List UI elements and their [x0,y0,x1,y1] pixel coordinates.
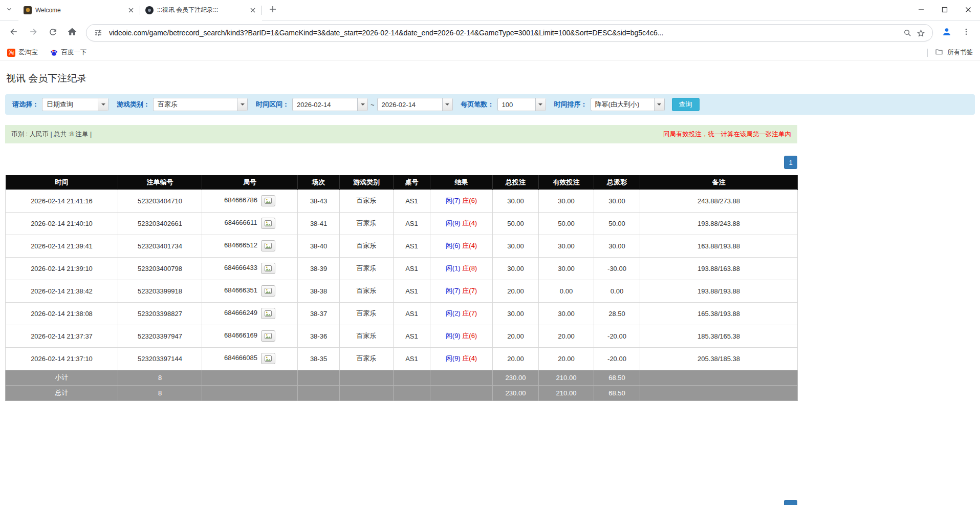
filter-game-select[interactable]: 百家乐 [153,98,248,111]
cell-bet-id: 523203397144 [118,347,202,370]
maximize-button[interactable] [933,0,956,20]
table-row: 2026-02-14 21:40:10523203402661684666611… [6,212,798,235]
pagination-bottom-button[interactable] [784,500,797,505]
zoom-icon[interactable] [901,26,914,39]
back-button[interactable] [4,23,24,43]
cell-result: 闲(6) 庄(4) [430,235,493,257]
tab-welcome[interactable]: Welcome [18,0,140,20]
cell-total-bet[interactable]: 30.00 [493,190,539,212]
back-arrow-icon [9,27,19,39]
tab-title: Welcome [35,7,123,14]
round-result-image-button[interactable] [261,285,275,297]
filter-per-page-select[interactable]: 100 [497,98,546,111]
profile-button[interactable] [937,23,956,43]
cell-total-bet[interactable]: 30.00 [493,302,539,325]
cell-total-bet[interactable]: 30.00 [493,257,539,280]
tab-search-button[interactable] [0,0,18,20]
filter-date-start-select[interactable]: 2026-02-14 [292,98,368,111]
column-header: 有效投注 [539,175,594,190]
cell-total-bet[interactable]: 50.00 [493,212,539,235]
reload-button[interactable] [43,23,62,43]
close-window-button[interactable] [956,0,980,20]
cell-game-type: 百家乐 [340,190,394,212]
chevron-down-icon [6,6,13,15]
bookmark-baidu[interactable]: 百度一下 [50,48,87,57]
cell-time: 2026-02-14 21:37:37 [6,325,118,347]
tab-betrecord[interactable]: :::视讯 会员下注纪录::: [140,0,262,20]
cell-total-bet[interactable]: 30.00 [493,235,539,257]
summary-label: 小计 [6,370,118,385]
reload-icon [48,27,58,39]
search-button[interactable]: 查询 [672,98,700,111]
plus-icon [269,6,276,15]
chevron-down-icon[interactable] [535,98,546,111]
picture-icon [265,243,272,249]
result-player: 闲(7) [446,197,461,204]
close-tab-icon[interactable] [248,6,257,14]
url-text[interactable]: videoie.com/game/betrecord_search/kind3?… [109,29,897,37]
address-bar[interactable]: videoie.com/game/betrecord_search/kind3?… [86,24,933,41]
taobao-icon: 淘 [7,49,15,57]
minimize-button[interactable] [909,0,933,20]
cell-total-bet[interactable]: 20.00 [493,325,539,347]
round-result-image-button[interactable] [261,330,275,342]
maximize-icon [942,6,948,15]
cell-round-no: 684666433 [202,257,298,280]
cell-payout: 0.00 [594,280,640,302]
round-number: 684666351 [224,286,257,294]
picture-icon [265,355,272,362]
cell-valid-bet: 50.00 [539,212,594,235]
cell-time: 2026-02-14 21:40:10 [6,212,118,235]
cell-bet-id: 523203398827 [118,302,202,325]
filter-mode-select[interactable]: 日期查询 [42,98,108,111]
filter-bar: 请选择： 日期查询 游戏类别： 百家乐 时间区间： 2026-02-14 ~ 2… [5,94,975,115]
browser-window: Welcome :::视讯 会员下注纪录::: [0,0,980,60]
cell-round-no: 684666085 [202,347,298,370]
chevron-down-icon[interactable] [357,98,367,111]
filter-date-end-select[interactable]: 2026-02-14 [377,98,453,111]
filter-sort-select[interactable]: 降幂(由大到小) [591,98,665,111]
bet-table-foot: 小计8230.00210.0068.50总计8230.00210.0068.50 [6,370,798,401]
filter-mode-value: 日期查询 [42,98,98,111]
cell-valid-bet: 30.00 [539,302,594,325]
chevron-down-icon[interactable] [654,98,664,111]
round-result-image-button[interactable] [261,263,275,274]
round-result-image-button[interactable] [261,240,275,251]
round-result-image-button[interactable] [261,308,275,319]
forward-button[interactable] [24,23,43,43]
cell-game-type: 百家乐 [340,302,394,325]
site-settings-icon[interactable] [92,26,105,39]
cell-table-no: AS1 [394,257,430,280]
round-result-image-button[interactable] [261,195,275,206]
cell-round-no: 684666611 [202,212,298,235]
cell-total-bet[interactable]: 20.00 [493,347,539,370]
new-tab-button[interactable] [265,3,280,18]
table-row: 2026-02-14 21:38:42523203399918684666351… [6,280,798,302]
summary-total-bet: 230.00 [493,370,539,385]
page-1-button[interactable]: 1 [784,156,797,169]
filter-range-label: 时间区间： [256,100,289,109]
close-tab-icon[interactable] [126,6,135,14]
cell-game-type: 百家乐 [340,347,394,370]
home-button[interactable] [62,23,82,43]
browser-menu-button[interactable] [956,23,976,43]
round-result-image-button[interactable] [261,218,275,229]
forward-arrow-icon [28,27,38,39]
notice-text: 同局有效投注，统一计算在该局第一张注单内 [663,130,791,139]
chevron-down-icon[interactable] [237,98,247,111]
cell-time: 2026-02-14 21:38:08 [6,302,118,325]
date-end-value: 2026-02-14 [378,98,442,111]
cell-total-bet[interactable]: 20.00 [493,280,539,302]
all-bookmarks-button[interactable]: 所有书签 [927,48,973,57]
round-number: 684666786 [224,196,257,204]
chevron-down-icon[interactable] [442,98,452,111]
cell-session: 38-35 [298,347,340,370]
cell-valid-bet: 0.00 [539,280,594,302]
cell-game-type: 百家乐 [340,235,394,257]
cell-payout: 50.00 [594,212,640,235]
bookmark-aitaobao[interactable]: 淘 爱淘宝 [7,48,38,57]
cell-payout: 30.00 [594,190,640,212]
round-result-image-button[interactable] [261,353,275,364]
chevron-down-icon[interactable] [98,98,108,111]
bookmark-star-icon[interactable] [914,26,927,39]
